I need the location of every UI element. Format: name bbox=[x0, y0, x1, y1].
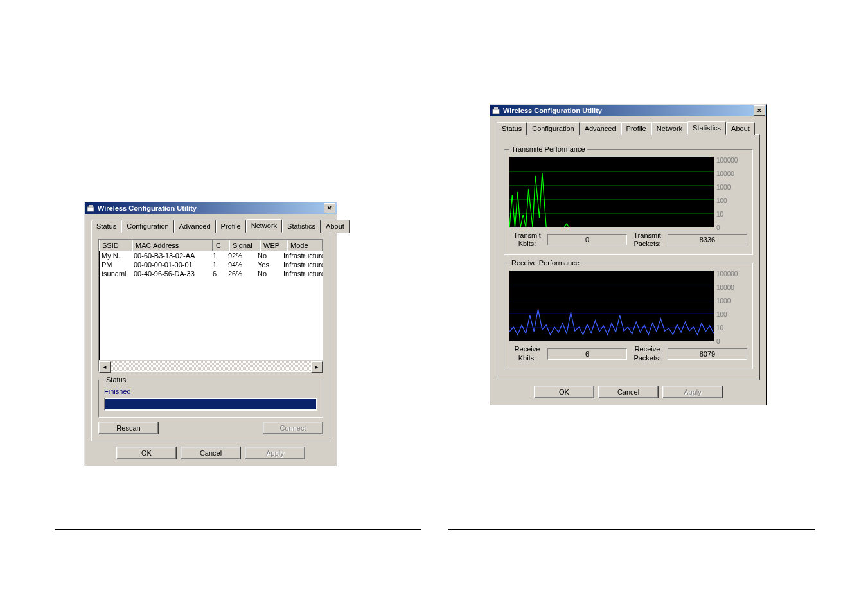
app-icon bbox=[86, 204, 95, 213]
tab-bar: Status Configuration Advanced Profile Ne… bbox=[497, 121, 760, 134]
receive-y-axis: 100000 10000 1000 100 10 0 bbox=[714, 271, 747, 345]
rx-packets-label: Receive Packets: bbox=[630, 345, 665, 362]
table-row[interactable]: My N... 00-60-B3-13-02-AA 1 92% No Infra… bbox=[99, 251, 323, 260]
apply-button[interactable]: Apply bbox=[245, 447, 305, 459]
table-row[interactable]: tsunami 00-40-96-56-DA-33 6 26% No Infra… bbox=[99, 269, 323, 278]
col-mode[interactable]: Mode bbox=[287, 240, 323, 251]
app-icon bbox=[492, 106, 500, 115]
tab-configuration[interactable]: Configuration bbox=[527, 122, 579, 135]
col-channel[interactable]: C. bbox=[213, 240, 229, 251]
svg-rect-1 bbox=[89, 205, 93, 207]
tab-about[interactable]: About bbox=[321, 220, 350, 233]
titlebar[interactable]: Wireless Configuration Utility ✕ bbox=[85, 202, 337, 214]
tab-network[interactable]: Network bbox=[246, 219, 282, 233]
tab-panel: Transmite Performance bbox=[497, 134, 760, 380]
close-button[interactable]: ✕ bbox=[324, 203, 335, 213]
tab-profile[interactable]: Profile bbox=[621, 122, 651, 135]
receive-legend: Receive Performance bbox=[509, 259, 581, 267]
network-list[interactable]: SSID MAC Address C. Signal WEP Mode My N… bbox=[98, 239, 323, 372]
cancel-button[interactable]: Cancel bbox=[181, 447, 241, 459]
cancel-button[interactable]: Cancel bbox=[598, 386, 659, 398]
status-text: Finished bbox=[104, 387, 317, 395]
horizontal-scrollbar[interactable]: ◄ ► bbox=[99, 360, 323, 371]
titlebar[interactable]: Wireless Configuration Utility ✕ bbox=[490, 105, 766, 116]
tab-status[interactable]: Status bbox=[91, 220, 121, 233]
table-row[interactable]: PM 00-00-00-01-00-01 1 94% Yes Infrastru… bbox=[99, 260, 323, 269]
transmit-y-axis: 100000 10000 1000 100 10 0 bbox=[714, 157, 747, 231]
tab-about[interactable]: About bbox=[726, 122, 755, 135]
tx-kbits-value: 0 bbox=[547, 234, 627, 245]
col-wep[interactable]: WEP bbox=[260, 240, 287, 251]
window-title: Wireless Configuration Utility bbox=[98, 204, 324, 212]
tab-statistics[interactable]: Statistics bbox=[282, 220, 321, 233]
progress-bar bbox=[104, 398, 317, 411]
window-title: Wireless Configuration Utility bbox=[503, 107, 754, 114]
tab-advanced[interactable]: Advanced bbox=[174, 220, 216, 233]
col-mac[interactable]: MAC Address bbox=[132, 240, 213, 251]
rescan-button[interactable]: Rescan bbox=[98, 422, 159, 434]
transmit-group: Transmite Performance bbox=[504, 145, 753, 255]
rx-kbits-label: Receive Kbits: bbox=[509, 345, 545, 362]
tab-configuration[interactable]: Configuration bbox=[121, 220, 173, 233]
ok-button[interactable]: OK bbox=[116, 447, 177, 459]
tab-bar: Status Configuration Advanced Profile Ne… bbox=[91, 219, 330, 232]
connect-button[interactable]: Connect bbox=[263, 422, 323, 434]
transmit-graph bbox=[509, 157, 714, 227]
status-group: Status Finished bbox=[98, 376, 323, 418]
col-signal[interactable]: Signal bbox=[229, 240, 260, 251]
tx-packets-value: 8336 bbox=[668, 234, 747, 245]
list-body[interactable]: My N... 00-60-B3-13-02-AA 1 92% No Infra… bbox=[99, 251, 323, 360]
tab-status[interactable]: Status bbox=[497, 122, 527, 135]
scroll-right-button[interactable]: ► bbox=[311, 361, 323, 373]
network-window: Wireless Configuration Utility ✕ Status … bbox=[84, 202, 337, 466]
tab-advanced[interactable]: Advanced bbox=[580, 122, 621, 135]
rx-packets-value: 8079 bbox=[668, 348, 747, 360]
close-button[interactable]: ✕ bbox=[754, 105, 765, 116]
col-ssid[interactable]: SSID bbox=[99, 240, 132, 251]
tab-statistics[interactable]: Statistics bbox=[687, 121, 726, 135]
scroll-track[interactable] bbox=[111, 361, 311, 371]
status-legend: Status bbox=[104, 376, 128, 384]
divider bbox=[448, 529, 815, 530]
divider bbox=[55, 529, 421, 530]
tx-packets-label: Transmit Packets: bbox=[630, 231, 665, 248]
svg-rect-2 bbox=[493, 109, 499, 114]
transmit-legend: Transmite Performance bbox=[509, 145, 587, 153]
rx-kbits-value: 6 bbox=[547, 348, 627, 360]
apply-button[interactable]: Apply bbox=[662, 386, 723, 398]
tx-kbits-label: Transmit Kbits: bbox=[509, 231, 545, 248]
scroll-left-button[interactable]: ◄ bbox=[99, 361, 111, 373]
tab-panel: SSID MAC Address C. Signal WEP Mode My N… bbox=[91, 232, 330, 441]
ok-button[interactable]: OK bbox=[534, 386, 594, 398]
receive-group: Receive Performance bbox=[504, 259, 753, 369]
tab-profile[interactable]: Profile bbox=[216, 220, 246, 233]
svg-rect-3 bbox=[494, 107, 498, 109]
receive-graph bbox=[509, 271, 714, 341]
svg-rect-0 bbox=[87, 207, 94, 211]
tab-network[interactable]: Network bbox=[651, 122, 687, 135]
list-header: SSID MAC Address C. Signal WEP Mode bbox=[99, 240, 323, 251]
statistics-window: Wireless Configuration Utility ✕ Status … bbox=[490, 104, 767, 405]
